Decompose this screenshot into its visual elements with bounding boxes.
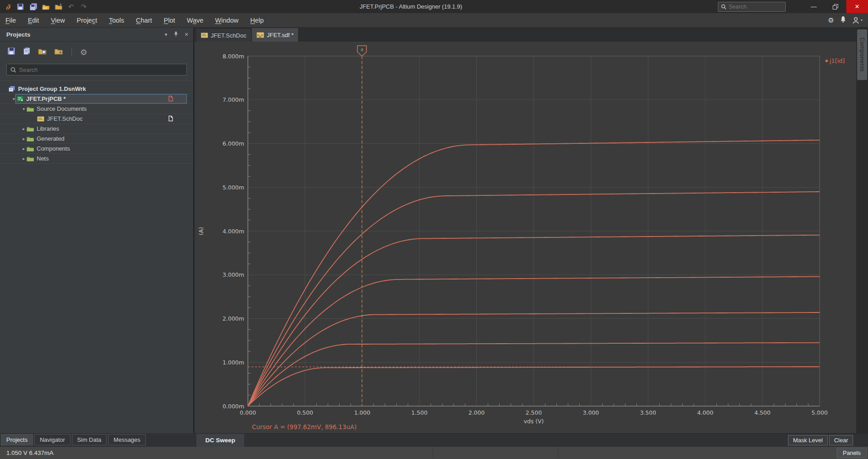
tree-row[interactable]: Project Group 1.DsnWrk <box>0 84 193 94</box>
projects-search[interactable] <box>6 64 187 76</box>
restore-button[interactable] <box>825 0 846 13</box>
menu-window[interactable]: Window <box>215 17 239 24</box>
axis-tick-label: 0.000m <box>223 403 244 410</box>
document-tab-label: JFET.SchDoc <box>211 32 247 39</box>
chevron-down-icon: ▾ <box>861 18 863 22</box>
axis-tick-label: 2.000m <box>223 315 244 322</box>
cursor-a-flag-label: a <box>360 47 363 52</box>
panel-title: Projects <box>6 31 158 38</box>
tree-row[interactable]: JFET.SchDoc <box>0 114 193 124</box>
panel-tab-strip: ProjectsNavigatorSim DataMessages <box>0 433 195 447</box>
axis-tick-label: 0.000 <box>240 409 256 416</box>
close-button[interactable]: ✕ <box>846 0 868 13</box>
undo-icon[interactable]: ↶ <box>67 3 75 11</box>
expand-arrow-icon[interactable]: ▸ <box>21 147 27 151</box>
schdoc-icon <box>201 33 208 38</box>
menu-chart[interactable]: Chart <box>136 17 152 24</box>
menu-tools[interactable]: Tools <box>109 17 124 24</box>
folder-icon <box>27 146 34 151</box>
tab-components[interactable]: Components <box>857 29 867 80</box>
panel-tab-projects[interactable]: Projects <box>1 434 33 445</box>
panel-tab-navigator[interactable]: Navigator <box>34 434 71 445</box>
titlebar-search-input[interactable] <box>729 4 778 10</box>
tab-dc-sweep[interactable]: DC Sweep <box>196 434 244 447</box>
statusbar: 1.050 V 6.437mA Panels <box>0 447 868 459</box>
schdoc-icon <box>37 116 44 122</box>
tree-row[interactable]: ▸Libraries <box>0 124 193 134</box>
save-all-icon[interactable] <box>29 3 37 11</box>
menu-edit[interactable]: Edit <box>28 17 39 24</box>
menu-file[interactable]: File <box>5 17 16 24</box>
tree-row[interactable]: ▾JFET.PrjPCB * <box>0 94 193 104</box>
axis-tick-label: 1.000m <box>223 359 244 366</box>
menu-help[interactable]: Help <box>250 17 264 24</box>
divider <box>0 80 193 81</box>
menu-view[interactable]: View <box>51 17 65 24</box>
axis-tick-label: 2.500 <box>526 409 542 416</box>
tree-row[interactable]: ▸Components <box>0 144 193 154</box>
project-tree: Project Group 1.DsnWrk▾JFET.PrjPCB *▾Sou… <box>0 84 193 164</box>
projects-toolbar: ⚙ <box>0 42 193 62</box>
tree-row[interactable]: ▸Nets <box>0 154 193 164</box>
folder-search-icon[interactable] <box>38 47 47 57</box>
menu-wave[interactable]: Wave <box>187 17 204 24</box>
axis-tick-label: 5.000m <box>223 184 244 191</box>
save-icon[interactable] <box>7 47 15 57</box>
tree-row[interactable]: ▾Source Documents <box>0 104 193 114</box>
document-tab-1[interactable]: JFET.SchDoc <box>196 29 251 42</box>
search-icon <box>10 67 16 73</box>
expand-arrow-icon[interactable]: ▸ <box>21 137 27 141</box>
titlebar-search[interactable] <box>718 2 786 12</box>
axis-tick-label: 2.000 <box>469 409 485 416</box>
settings-icon[interactable]: ⚙ <box>80 47 87 57</box>
panel-tab-messages[interactable]: Messages <box>108 434 146 445</box>
minimize-button[interactable]: ― <box>803 0 825 13</box>
panel-pin-icon[interactable] <box>174 31 178 38</box>
tree-row[interactable]: ▸Generated <box>0 134 193 144</box>
folder-icon <box>27 106 34 112</box>
folder-settings-icon[interactable] <box>54 47 63 57</box>
settings-gear-icon[interactable]: ⚙ <box>828 16 834 24</box>
divider <box>433 448 433 458</box>
x-axis-title: vds (V) <box>524 418 544 425</box>
clear-button[interactable]: Clear <box>829 435 853 445</box>
redo-icon[interactable]: ↷ <box>80 3 88 11</box>
tree-item-label: Nets <box>37 155 49 162</box>
document-tab-bar: JFET.SchDocJFET.sdf * <box>195 28 856 42</box>
notifications-bell-icon[interactable] <box>840 16 846 24</box>
mask-level-button[interactable]: Mask Level <box>788 435 828 445</box>
collapse-arrow-icon[interactable]: ▾ <box>11 97 17 101</box>
panel-dropdown-icon[interactable]: ▾ <box>165 32 167 38</box>
open-document-icon[interactable] <box>54 3 62 11</box>
collapse-arrow-icon[interactable]: ▾ <box>21 107 27 111</box>
open-folder-icon[interactable] <box>42 3 50 11</box>
panels-button[interactable]: Panels <box>837 448 867 458</box>
document-status-icon <box>168 115 173 123</box>
user-account-icon[interactable]: ▾ <box>852 17 863 24</box>
tree-item-label: JFET.PrjPCB * <box>26 95 66 102</box>
tree-item-label: Project Group 1.DsnWrk <box>18 85 86 92</box>
document-tab-label: JFET.sdf * <box>267 32 294 38</box>
menu-project[interactable]: Project <box>77 17 97 24</box>
document-tab-2[interactable]: JFET.sdf * <box>252 28 298 42</box>
axis-tick-label: 4.000 <box>697 409 713 416</box>
copy-documents-icon[interactable] <box>23 47 31 57</box>
axis-tick-label: 3.000 <box>583 409 599 416</box>
axis-tick-label: 7.000m <box>223 96 244 103</box>
panel-tab-sim-data[interactable]: Sim Data <box>72 434 107 445</box>
axis-tick-label: 5.000 <box>811 409 828 416</box>
expand-arrow-icon[interactable]: ▸ <box>21 127 27 131</box>
panel-close-icon[interactable]: ✕ <box>185 32 189 38</box>
cursor-readout: 1.050 V 6.437mA <box>0 450 53 456</box>
axis-tick-label: 4.500 <box>754 409 771 416</box>
altium-logo-icon: ∂ <box>4 3 12 11</box>
projects-search-input[interactable] <box>19 66 183 73</box>
tree-item-label: Source Documents <box>37 105 87 112</box>
folder-icon <box>27 126 34 132</box>
axis-tick-label: 3.000m <box>223 271 244 278</box>
axis-tick-label: 4.000m <box>223 228 244 235</box>
expand-arrow-icon[interactable]: ▸ <box>21 156 27 161</box>
search-icon <box>721 4 726 9</box>
menu-plot[interactable]: Plot <box>164 17 175 24</box>
save-icon[interactable] <box>16 3 24 11</box>
